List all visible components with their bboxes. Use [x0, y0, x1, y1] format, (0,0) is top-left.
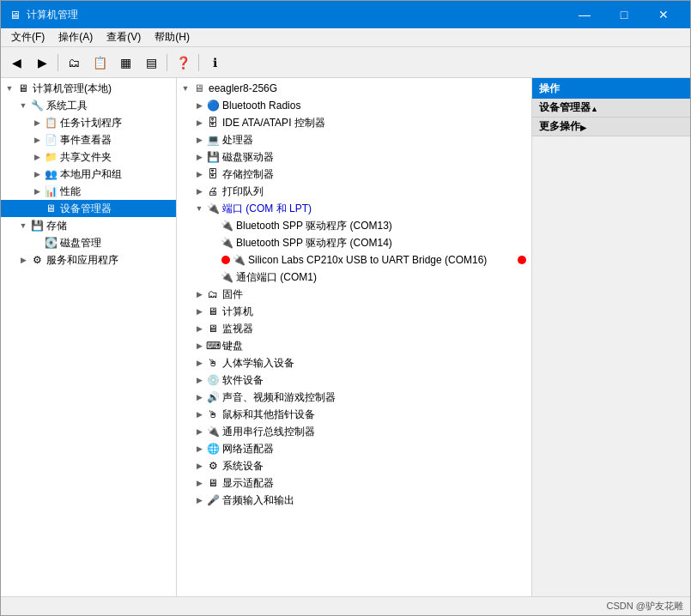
menu-view[interactable]: 查看(V): [100, 28, 148, 46]
menu-help[interactable]: 帮助(H): [148, 28, 197, 46]
shared-icon: 📁: [44, 150, 58, 164]
device-root[interactable]: 🖥 eeagler8-256G: [177, 80, 531, 97]
network-expand[interactable]: [192, 442, 206, 456]
device-usb-label: 通用串行总线控制器: [222, 425, 528, 439]
users-icon: 👥: [44, 167, 58, 181]
device-bluetooth[interactable]: 🔵 Bluetooth Radios: [177, 97, 531, 114]
nav-system-tools[interactable]: 🔧 系统工具: [1, 97, 176, 114]
device-ports-label: 端口 (COM 和 LPT): [222, 202, 528, 216]
close-button[interactable]: ✕: [644, 1, 683, 28]
storage-expand[interactable]: [16, 219, 30, 233]
device-com1-label: 通信端口 (COM1): [236, 270, 528, 285]
device-usb[interactable]: 🔌 通用串行总线控制器: [177, 423, 531, 440]
toolbar-info[interactable]: ℹ: [203, 51, 227, 75]
actions-more-header[interactable]: 更多操作: [532, 118, 690, 136]
toolbar-help[interactable]: ❓: [171, 51, 195, 75]
root-expand[interactable]: [3, 82, 16, 95]
menu-file[interactable]: 文件(F): [4, 28, 52, 46]
maximize-button[interactable]: □: [604, 1, 644, 28]
device-audio[interactable]: 🎤 音频输入和输出: [177, 492, 531, 509]
ide-icon: 🗄: [206, 116, 220, 130]
menu-action[interactable]: 操作(A): [52, 28, 100, 46]
print-expand[interactable]: [192, 184, 206, 198]
device-print[interactable]: 🖨 打印队列: [177, 183, 531, 200]
ports-expand[interactable]: [192, 202, 206, 215]
device-root-icon: 🖥: [192, 82, 206, 95]
minimize-button[interactable]: —: [565, 1, 604, 28]
print-icon: 🖨: [206, 184, 220, 198]
task-expand[interactable]: [30, 116, 44, 130]
cpu-expand[interactable]: [192, 133, 206, 147]
nav-disk-mgmt[interactable]: 💽 磁盘管理: [1, 234, 176, 251]
mouse-expand[interactable]: [192, 408, 206, 421]
device-firmware[interactable]: 🗂 固件: [177, 286, 531, 303]
monitor-expand[interactable]: [192, 322, 206, 335]
device-com1[interactable]: 🔌 通信端口 (COM1): [177, 269, 531, 286]
toolbar-view1[interactable]: ▦: [113, 51, 137, 75]
software-expand[interactable]: [192, 373, 206, 387]
bt-expand[interactable]: [192, 99, 206, 112]
device-root-expand[interactable]: [179, 82, 192, 95]
device-display[interactable]: 🖥 显示适配器: [177, 474, 531, 492]
nav-event-viewer[interactable]: 📄 事件查看器: [1, 131, 176, 148]
nav-services[interactable]: ⚙ 服务和应用程序: [1, 251, 176, 269]
nav-storage[interactable]: 💾 存储: [1, 217, 176, 234]
monitor-icon: 🖥: [206, 322, 220, 335]
perf-expand[interactable]: [30, 184, 44, 198]
device-ports[interactable]: 🔌 端口 (COM 和 LPT): [177, 200, 531, 217]
actions-devmgr-header[interactable]: 设备管理器: [532, 99, 690, 118]
device-system-devices[interactable]: ⚙ 系统设备: [177, 457, 531, 474]
toolbar-show-hide[interactable]: 📋: [88, 51, 112, 75]
sysdev-expand[interactable]: [192, 459, 206, 473]
services-expand[interactable]: [16, 253, 30, 267]
sys-tools-expand[interactable]: [16, 99, 30, 112]
compdev-expand[interactable]: [192, 305, 206, 318]
toolbar-back[interactable]: ◀: [4, 51, 28, 75]
sound-expand[interactable]: [192, 390, 206, 404]
nav-root[interactable]: 🖥 计算机管理(本地): [1, 80, 176, 97]
device-siliconlabs-label: Silicon Labs CP210x USB to UART Bridge (…: [248, 254, 516, 266]
shared-expand[interactable]: [30, 150, 44, 164]
toolbar-forward[interactable]: ▶: [30, 51, 54, 75]
usb-expand[interactable]: [192, 425, 206, 438]
menu-bar: 文件(F) 操作(A) 查看(V) 帮助(H): [1, 28, 690, 47]
device-disk[interactable]: 💾 磁盘驱动器: [177, 148, 531, 166]
device-keyboard[interactable]: ⌨ 键盘: [177, 337, 531, 354]
users-expand[interactable]: [30, 167, 44, 181]
nav-local-users[interactable]: 👥 本地用户和组: [1, 166, 176, 183]
display-expand[interactable]: [192, 476, 206, 490]
toolbar-up[interactable]: 🗂: [62, 51, 86, 75]
keyboard-expand[interactable]: [192, 339, 206, 353]
nav-device-manager[interactable]: 🖥 设备管理器: [1, 200, 176, 217]
nav-task-scheduler[interactable]: 📋 任务计划程序: [1, 114, 176, 131]
app-icon: 🖥: [8, 8, 21, 21]
device-storage-ctrl[interactable]: 🗄 存储控制器: [177, 166, 531, 183]
device-mouse[interactable]: 🖱 鼠标和其他指针设备: [177, 406, 531, 423]
device-ide[interactable]: 🗄 IDE ATA/ATAPI 控制器: [177, 114, 531, 131]
device-cpu[interactable]: 💻 处理器: [177, 131, 531, 148]
ide-expand[interactable]: [192, 116, 206, 130]
device-software[interactable]: 💿 软件设备: [177, 371, 531, 389]
device-network[interactable]: 🌐 网络适配器: [177, 440, 531, 457]
device-bt-com13[interactable]: 🔌 Bluetooth SPP 驱动程序 (COM13): [177, 217, 531, 234]
right-panel: 操作 设备管理器 更多操作: [531, 78, 690, 596]
device-print-label: 打印队列: [222, 184, 528, 199]
device-silicon-labs[interactable]: 🔌 Silicon Labs CP210x USB to UART Bridge…: [177, 251, 531, 269]
device-hid[interactable]: 🖱 人体学输入设备: [177, 354, 531, 371]
toolbar-view2[interactable]: ▤: [139, 51, 163, 75]
diskdrv-expand[interactable]: [192, 150, 206, 164]
audio-expand[interactable]: [192, 493, 206, 507]
nav-shared-folders[interactable]: 📁 共享文件夹: [1, 148, 176, 166]
nav-storage-label: 存储: [46, 219, 173, 233]
event-expand[interactable]: [30, 133, 44, 147]
firmware-expand[interactable]: [192, 287, 206, 301]
nav-performance[interactable]: 📊 性能: [1, 183, 176, 200]
device-monitor[interactable]: 🖥 监视器: [177, 320, 531, 337]
device-sound[interactable]: 🔊 声音、视频和游戏控制器: [177, 389, 531, 406]
device-bt-com14[interactable]: 🔌 Bluetooth SPP 驱动程序 (COM14): [177, 234, 531, 251]
storagectrl-expand[interactable]: [192, 167, 206, 181]
com1-icon: 🔌: [220, 270, 233, 284]
device-computer[interactable]: 🖥 计算机: [177, 303, 531, 320]
hid-expand[interactable]: [192, 356, 206, 370]
nav-shared-label: 共享文件夹: [60, 150, 173, 165]
